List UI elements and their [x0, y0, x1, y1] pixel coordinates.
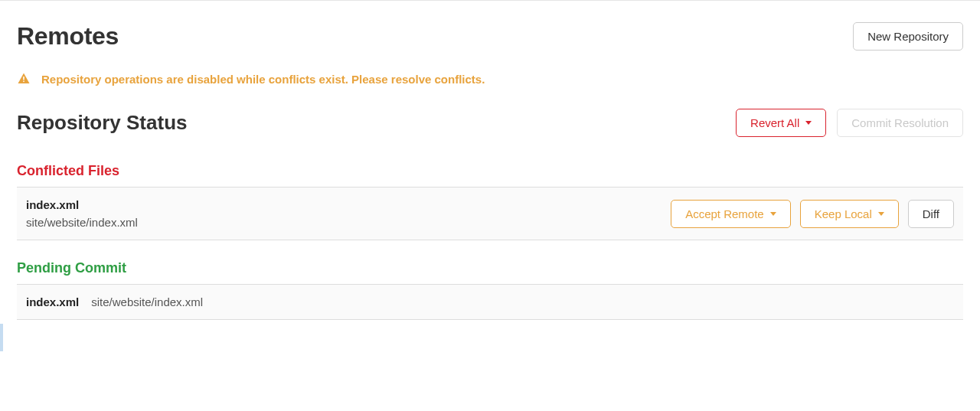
chevron-down-icon [770, 212, 776, 216]
file-name: index.xml [26, 198, 138, 211]
accept-remote-label: Accept Remote [685, 208, 764, 220]
new-repository-button[interactable]: New Repository [853, 22, 963, 51]
pending-file-row: index.xml site/website/index.xml [17, 284, 963, 320]
file-info: index.xml site/website/index.xml [26, 295, 203, 308]
warning-triangle-icon [17, 72, 31, 86]
warning-message: Repository operations are disabled while… [41, 73, 485, 86]
revert-all-button[interactable]: Revert All [736, 109, 826, 137]
repository-status-title: Repository Status [17, 111, 188, 135]
conflicted-files-section: Conflicted Files index.xml site/website/… [17, 163, 963, 240]
conflicted-file-row: index.xml site/website/index.xml Accept … [17, 187, 963, 240]
accept-remote-button[interactable]: Accept Remote [671, 200, 791, 228]
conflict-row-actions: Accept Remote Keep Local Diff [671, 200, 954, 228]
file-path: site/website/index.xml [26, 216, 138, 229]
main-container: Remotes New Repository Repository operat… [0, 1, 980, 320]
conflicted-files-title: Conflicted Files [17, 163, 963, 179]
keep-local-button[interactable]: Keep Local [800, 200, 899, 228]
status-row: Repository Status Revert All Commit Reso… [17, 109, 963, 137]
page-title: Remotes [17, 22, 119, 51]
status-actions: Revert All Commit Resolution [736, 109, 963, 137]
keep-local-label: Keep Local [815, 208, 872, 220]
svg-rect-1 [23, 81, 24, 83]
file-info: index.xml site/website/index.xml [26, 198, 138, 229]
conflict-warning: Repository operations are disabled while… [17, 72, 963, 86]
svg-rect-0 [23, 77, 24, 80]
new-repository-label: New Repository [867, 31, 949, 42]
file-path: site/website/index.xml [91, 295, 203, 308]
left-accent-bar [0, 324, 3, 351]
pending-commit-title: Pending Commit [17, 260, 963, 276]
commit-resolution-button: Commit Resolution [837, 109, 963, 137]
chevron-down-icon [805, 121, 812, 125]
commit-resolution-label: Commit Resolution [851, 117, 949, 129]
revert-all-label: Revert All [750, 117, 799, 129]
diff-button[interactable]: Diff [908, 200, 954, 228]
header-row: Remotes New Repository [17, 22, 963, 51]
chevron-down-icon [878, 212, 884, 216]
diff-label: Diff [923, 208, 939, 220]
file-name: index.xml [26, 295, 79, 308]
pending-commit-section: Pending Commit index.xml site/website/in… [17, 260, 963, 320]
